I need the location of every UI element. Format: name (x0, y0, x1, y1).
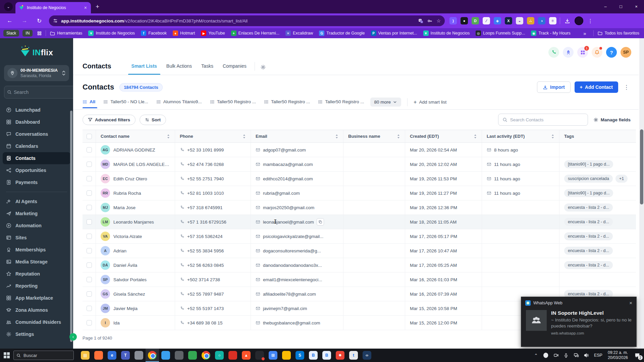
page-scrollbar-thumb[interactable] (640, 129, 643, 204)
business-name-cell[interactable] (343, 287, 405, 301)
user-avatar[interactable]: SP (621, 47, 631, 58)
code-app-icon[interactable]: ‹› (360, 349, 374, 362)
phone-cell[interactable]: +52 81 1003 1010 (175, 186, 251, 200)
dark-app-icon[interactable] (172, 349, 186, 362)
tag-chip[interactable]: [titanio90] - 1 pago d... (564, 189, 613, 197)
notifications-bell-icon[interactable] (592, 47, 602, 58)
email-cell[interactable]: afiliadoelite78@gmail.com (251, 287, 343, 301)
tag-chip[interactable]: encuesta - lista 2 - d... (564, 203, 613, 212)
tab-smart-lists[interactable]: Smart Lists (127, 63, 162, 75)
contact-row[interactable]: RRRubria Rocha+52 81 1003 1010rubria@gma… (83, 186, 636, 200)
sidebar-item-media-storage[interactable]: Media Storage (3, 256, 70, 268)
bookmark-item[interactable]: +Enlaces De Herrami... (231, 31, 279, 36)
start-button[interactable] (0, 349, 13, 362)
contact-name-cell[interactable]: MJMaria Jose (96, 200, 175, 215)
sidebar-item-settings[interactable]: Settings (3, 328, 70, 340)
column-sort-icon[interactable] (551, 134, 554, 138)
tray-expand-chevron[interactable]: ⌃ (531, 349, 541, 362)
calculator-icon[interactable]: ⊞ (266, 349, 280, 362)
column-header-phone[interactable]: Phone (175, 130, 251, 142)
dino-extension-icon[interactable]: D (472, 17, 479, 24)
email-cell[interactable]: adgop07@gmail.com (251, 143, 343, 157)
window-maximize-button[interactable]: □ (613, 0, 629, 13)
phone-icon[interactable] (548, 47, 559, 58)
brave-icon[interactable]: ▲ (239, 349, 253, 362)
tags-cell[interactable]: [titanio90] - 1 pago d... (559, 157, 636, 171)
phone-cell[interactable]: +52 55 5197 1473 (175, 301, 251, 315)
yellow-app-icon[interactable] (280, 349, 293, 362)
puzzle-extension-icon[interactable]: ⚛ (549, 17, 556, 24)
page-scrollbar[interactable] (639, 38, 644, 349)
gray-app-icon[interactable] (132, 349, 146, 362)
forward-button[interactable]: → (19, 16, 30, 26)
row-checkbox[interactable] (83, 186, 96, 200)
email-cell[interactable]: thebugsbalance@gmail.com (251, 316, 343, 330)
bookmark-item[interactable]: ▶YouTube (201, 31, 225, 36)
sidebar-item-memberships[interactable]: Memberships (3, 244, 70, 256)
column-sort-icon[interactable] (335, 134, 338, 138)
notification-close-icon[interactable]: × (629, 300, 632, 306)
business-name-cell[interactable] (343, 229, 405, 243)
column-sort-icon[interactable] (167, 134, 170, 138)
smart-list-tab[interactable]: Taller50 - NO Lle... (99, 99, 152, 108)
bookmark-item[interactable]: fFacebook (141, 31, 167, 36)
column-header-email[interactable]: Email (251, 130, 343, 142)
tag-overflow-chip[interactable]: +1 (615, 175, 628, 183)
business-name-cell[interactable] (343, 200, 405, 215)
bookmark-item[interactable]: ✕Excalidraw (285, 31, 313, 36)
row-checkbox[interactable] (83, 287, 96, 301)
phone-cell[interactable]: +52 55 7897 9487 (175, 287, 251, 301)
tag-chip[interactable]: [titanio90] - 1 pago d... (564, 160, 613, 168)
skype-icon[interactable]: S (293, 349, 307, 362)
business-name-cell[interactable] (343, 143, 405, 157)
app-grid-icon[interactable]: 1 (577, 47, 588, 58)
contact-name-cell[interactable]: SPSalvdor Portales (96, 273, 175, 287)
tag-extension-icon[interactable]: ◈ (494, 17, 501, 24)
contact-row[interactable]: LMLeonardo Manjarres+57 1 316 6729156leo… (83, 215, 636, 229)
bookmark-pill-slack[interactable]: Slack (3, 30, 19, 37)
phone-cell[interactable]: +52 55 2751 7940 (175, 172, 251, 186)
sort-button[interactable]: Sort (140, 115, 166, 125)
bookmark-item[interactable]: GTraductor de Google (319, 31, 365, 36)
contact-name-cell[interactable]: AGADRIANA GODINEZ (96, 143, 175, 157)
column-sort-icon[interactable] (397, 134, 400, 138)
row-checkbox[interactable] (83, 157, 96, 171)
tags-cell[interactable]: encuesta - lista 2 - d... (559, 229, 636, 243)
email-cell[interactable]: psicologavickyalzate@gmail... (251, 229, 343, 243)
loom-extension-icon[interactable]: ● (461, 17, 468, 24)
email-cell[interactable]: marjos20250@gmail.com (251, 200, 343, 215)
sidebar-item-comunidad[interactable]: Comunidad INsiders (3, 316, 70, 328)
dark-badged-app-icon[interactable] (253, 349, 266, 362)
sidebar-item-marketing[interactable]: Marketing (3, 207, 70, 220)
password-key-icon[interactable] (427, 18, 432, 23)
column-header-tags[interactable]: Tags (559, 130, 636, 142)
advanced-filters-button[interactable]: Advanced filters (83, 115, 136, 125)
business-name-cell[interactable] (343, 172, 405, 186)
row-checkbox[interactable] (83, 273, 96, 287)
column-header-last-activity-edt-[interactable]: Last activity (EDT) (482, 130, 559, 142)
colorpicker-extension-icon[interactable]: ⁄ (483, 17, 490, 24)
tag-chip[interactable]: suscripcion cancelada (564, 175, 613, 183)
manage-fields-button[interactable]: Manage fields (593, 117, 631, 122)
all-favorites-bookmark[interactable]: Todos los favoritos (598, 31, 639, 36)
blue-doc-icon[interactable]: B (307, 349, 320, 362)
tag-chip[interactable]: encuesta - lista 2 - d... (564, 247, 613, 255)
contact-row[interactable]: MJMaria Jose+57 318 6745991marjos20250@g… (83, 200, 636, 215)
sidebar-item-payments[interactable]: Payments (3, 176, 70, 188)
sidebar-collapse-button[interactable]: ‹ (69, 333, 77, 341)
taskbar-search[interactable]: Buscar (13, 351, 74, 360)
contact-row[interactable]: VAVictoria Alzate+57 316 5362424psicolog… (83, 229, 636, 244)
tags-cell[interactable]: encuesta - lista 2 - d... (559, 258, 636, 272)
row-checkbox[interactable] (83, 316, 96, 330)
contact-name-cell[interactable]: IIda (96, 316, 175, 330)
tags-cell[interactable]: [titanio90] - 1 pago d... (559, 186, 636, 200)
search-contacts-box[interactable] (498, 114, 588, 126)
email-cell[interactable]: mambacaza@gmail.com (251, 157, 343, 171)
row-checkbox[interactable] (83, 229, 96, 243)
phone-cell[interactable]: +52 56 6263 0845 (175, 258, 251, 272)
column-sort-icon[interactable] (474, 134, 477, 138)
green-app-icon[interactable] (186, 349, 199, 362)
business-name-cell[interactable] (343, 186, 405, 200)
sidebar-search-input[interactable] (14, 89, 74, 95)
browser-profile-avatar[interactable] (575, 16, 583, 25)
